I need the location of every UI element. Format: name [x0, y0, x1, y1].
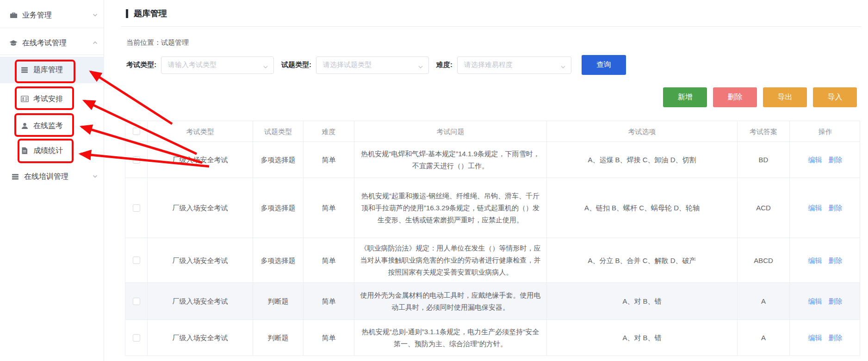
edit-link[interactable]: 编辑: [808, 154, 822, 165]
exam-type-cell: 厂级入场安全考试: [148, 320, 253, 355]
options-cell: A、分立 B、合并 C、解散 D、破产: [547, 238, 738, 282]
difficulty-cell: 简单: [304, 142, 354, 177]
row-checkbox-cell: [125, 178, 148, 238]
title-divider: [121, 26, 862, 27]
question-cell: 热机安规“电焊和气焊-基本规定”14.1.9条规定，下雨雪时，不宜露天进行（）工…: [354, 142, 547, 177]
difficulty-cell: 简单: [304, 320, 354, 355]
edit-link[interactable]: 编辑: [808, 295, 822, 307]
difficulty-placeholder: 请选择难易程度: [464, 61, 513, 69]
table-header-row: 考试类型 试题类型 难度 考试问题 考试选项 考试答案 操作: [125, 121, 860, 142]
document-icon: [20, 147, 29, 154]
sidebar-item-label: 题库管理: [33, 65, 63, 75]
difficulty-cell: 简单: [304, 238, 354, 282]
options-cell: A、运煤 B、焊接 C、卸油 D、切割: [547, 142, 738, 177]
page-title: 题库管理: [134, 8, 167, 19]
briefcase-icon: [9, 12, 18, 19]
row-checkbox-cell: [125, 283, 148, 319]
sidebar-item-online-proctor[interactable]: 在线监考: [0, 117, 104, 135]
row-checkbox-cell: [125, 320, 148, 355]
column-header-question-type: 试题类型: [253, 121, 304, 141]
operation-cell: 编辑 删除: [790, 320, 861, 355]
table-row: 厂级入场安全考试 多项选择题 简单 《职业病防治法》规定：用人单位在发生（）等情…: [125, 238, 860, 283]
sidebar-divider: [0, 55, 104, 55]
list-icon: [11, 173, 19, 180]
sidebar-item-online-training-management[interactable]: 在线培训管理: [0, 168, 104, 185]
sidebar-item-question-bank[interactable]: 题库管理: [0, 57, 104, 83]
delete-link[interactable]: 删除: [829, 202, 843, 214]
question-cell: 热机安规“起重和搬运-钢丝绳、纤维绳、吊钩、滑车、千斤顶和手拉葫芦的使用”16.…: [354, 178, 547, 238]
delete-link[interactable]: 删除: [829, 255, 843, 266]
difficulty-cell: 简单: [304, 283, 354, 319]
delete-button[interactable]: 删除: [713, 87, 757, 107]
table-row: 厂级入场安全考试 判断题 简单 使用外壳为金属材料的电动工具时，应戴绝缘手套。使…: [125, 283, 860, 320]
sidebar-item-label: 在线培训管理: [24, 172, 68, 182]
row-checkbox[interactable]: [133, 298, 140, 305]
row-checkbox[interactable]: [133, 334, 140, 342]
question-cell: 热机安规“总则-通则”3.1.1条规定，电力生产必须坚持“安全第一、预防为主、综…: [354, 320, 547, 355]
exam-type-cell: 厂级入场安全考试: [148, 142, 253, 177]
exam-type-filter-label: 考试类型:: [126, 61, 156, 69]
row-checkbox[interactable]: [133, 204, 140, 212]
sidebar-divider: [0, 28, 104, 28]
breadcrumb: 当前位置：试题管理: [126, 38, 189, 47]
add-button[interactable]: 新增: [663, 87, 707, 107]
id-card-icon: [20, 96, 29, 102]
difficulty-cell: 简单: [304, 178, 354, 238]
question-table: 考试类型 试题类型 难度 考试问题 考试选项 考试答案 操作 厂级入场安全考试 …: [125, 121, 860, 356]
difficulty-filter-label: 难度:: [436, 61, 453, 69]
question-bank-page: 业务管理 在线考试管理 题库管理 考试安排: [0, 0, 868, 361]
import-button[interactable]: 导入: [813, 87, 857, 107]
question-cell: 《职业病防治法》规定：用人单位在发生（）等情形时，应当对从事接触职业病危害的作业…: [354, 238, 547, 282]
question-type-select[interactable]: 请选择试题类型: [316, 56, 429, 74]
sidebar-item-online-exam-management[interactable]: 在线考试管理: [0, 34, 104, 52]
column-header-difficulty: 难度: [304, 121, 354, 141]
exam-type-select[interactable]: 请输入考试类型: [161, 56, 274, 74]
question-type-filter-label: 试题类型:: [281, 61, 311, 69]
operation-cell: 编辑 删除: [790, 238, 861, 282]
question-type-cell: 判断题: [253, 320, 304, 355]
answer-cell: A: [738, 320, 790, 355]
difficulty-select[interactable]: 请选择难易程度: [457, 56, 571, 74]
user-icon: [20, 122, 29, 129]
operation-cell: 编辑 删除: [790, 283, 861, 319]
export-button[interactable]: 导出: [763, 87, 807, 107]
options-cell: A、对 B、错: [547, 320, 738, 355]
exam-type-cell: 厂级入场安全考试: [148, 238, 253, 282]
edit-link[interactable]: 编辑: [808, 202, 822, 214]
list-icon: [20, 67, 29, 73]
row-checkbox[interactable]: [133, 257, 140, 264]
delete-link[interactable]: 删除: [829, 154, 843, 165]
delete-link[interactable]: 删除: [829, 295, 843, 307]
column-header-exam-type: 考试类型: [148, 121, 253, 141]
question-type-cell: 判断题: [253, 283, 304, 319]
header-checkbox-cell: [125, 121, 148, 141]
graduation-cap-icon: [9, 40, 18, 47]
options-cell: A、对 B、错: [547, 283, 738, 319]
question-type-cell: 多项选择题: [253, 238, 304, 282]
edit-link[interactable]: 编辑: [808, 332, 822, 343]
operation-cell: 编辑 删除: [790, 142, 861, 177]
exam-type-cell: 厂级入场安全考试: [148, 283, 253, 319]
chevron-down-icon: [560, 63, 566, 72]
sidebar-item-business-management[interactable]: 业务管理: [0, 6, 104, 24]
sidebar: 业务管理 在线考试管理 题库管理 考试安排: [0, 0, 104, 361]
sidebar-item-score-statistics[interactable]: 成绩统计: [0, 142, 104, 159]
edit-link[interactable]: 编辑: [808, 255, 822, 266]
filter-row: 考试类型: 请输入考试类型 试题类型: 请选择试题类型 难度: 请选择难易程度: [126, 55, 626, 75]
column-header-question: 考试问题: [354, 121, 547, 141]
row-checkbox[interactable]: [133, 156, 140, 164]
answer-cell: ACD: [738, 178, 790, 238]
select-all-checkbox[interactable]: [133, 128, 140, 135]
row-checkbox-cell: [125, 142, 148, 177]
sidebar-item-exam-schedule[interactable]: 考试安排: [0, 90, 104, 108]
chevron-down-icon: [418, 63, 423, 72]
page-title-row: 题库管理: [126, 8, 167, 19]
chevron-down-icon: [93, 174, 97, 178]
operation-cell: 编辑 删除: [790, 178, 861, 238]
query-button[interactable]: 查询: [582, 55, 626, 75]
question-cell: 使用外壳为金属材料的电动工具时，应戴绝缘手套。使用电动工具时，必须同时使用漏电保…: [354, 283, 547, 319]
question-type-placeholder: 请选择试题类型: [323, 61, 372, 69]
title-accent-bar: [126, 9, 128, 18]
column-header-answer: 考试答案: [738, 121, 790, 141]
delete-link[interactable]: 删除: [829, 332, 843, 343]
